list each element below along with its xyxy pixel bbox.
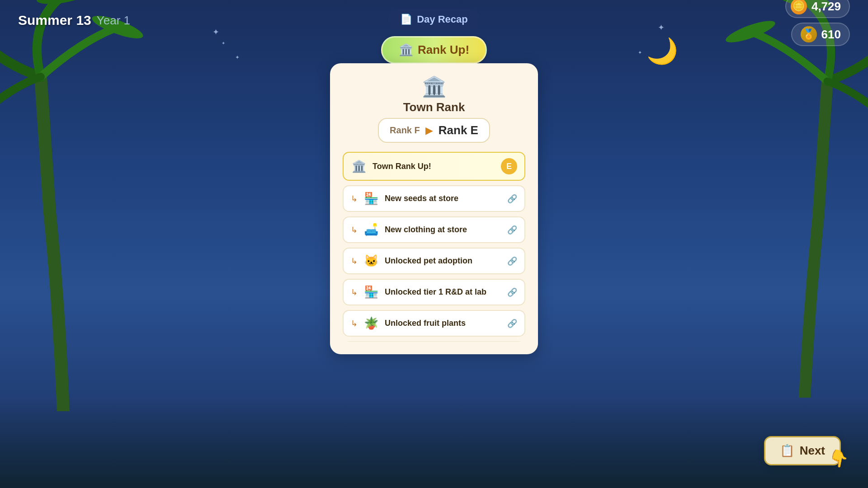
lock-icon-pet: 🔗 bbox=[507, 256, 517, 266]
gold-value: 4,729 bbox=[811, 0, 841, 14]
rank-badge: Rank F ▶ Rank E bbox=[378, 118, 490, 143]
rank-up-button[interactable]: 🏛️ Rank Up! bbox=[381, 36, 487, 64]
town-rank-icon: 🏛️ bbox=[422, 77, 447, 97]
gold-icon: 🪙 bbox=[791, 0, 807, 14]
card-title: Town Rank bbox=[403, 100, 465, 114]
season-text: Summer 13 bbox=[18, 13, 91, 28]
list-item-pet[interactable]: ↳ 🐱 Unlocked pet adoption 🔗 bbox=[343, 248, 525, 274]
seeds-icon: 🏪 bbox=[363, 192, 379, 206]
rank-up-icon: 🏛️ bbox=[399, 43, 413, 57]
day-recap-label: Day Recap bbox=[417, 14, 468, 25]
list-item-seeds[interactable]: ↳ 🏪 New seeds at store 🔗 bbox=[343, 185, 525, 212]
season-label: Summer 13 Year 1 bbox=[18, 13, 130, 28]
card-header: 🏛️ Town Rank Rank F ▶ Rank E bbox=[343, 77, 525, 143]
clothing-icon: 🛋️ bbox=[363, 223, 379, 237]
ground-overlay bbox=[0, 398, 868, 488]
rankup-icon: 🏛️ bbox=[351, 160, 367, 174]
pet-label: Unlocked pet adoption bbox=[385, 256, 502, 266]
main-card: 🏛️ Town Rank Rank F ▶ Rank E 🏛️ Town Ran… bbox=[330, 63, 538, 354]
rankup-label: Town Rank Up! bbox=[373, 162, 495, 171]
currency-area: 🪙 4,729 🏅 610 bbox=[785, 0, 850, 46]
reward-list: 🏛️ Town Rank Up! E ↳ 🏪 New seeds at stor… bbox=[343, 152, 525, 342]
rank-arrow-icon: ▶ bbox=[425, 125, 433, 136]
lock-icon-lab: 🔗 bbox=[507, 287, 517, 297]
arrow-icon-lab: ↳ bbox=[351, 287, 358, 297]
rank-from: Rank F bbox=[390, 125, 420, 136]
lock-icon-seeds: 🔗 bbox=[507, 194, 517, 204]
gold-currency-badge: 🪙 4,729 bbox=[785, 0, 850, 18]
list-item-duck[interactable]: ↳ 🦆 Unlocked duck 🔗 bbox=[343, 341, 525, 342]
arrow-icon-seeds: ↳ bbox=[351, 194, 358, 204]
rank-e-badge: E bbox=[501, 158, 517, 174]
list-item-fruit[interactable]: ↳ 🪴 Unlocked fruit plants 🔗 bbox=[343, 310, 525, 337]
rank-up-label: Rank Up! bbox=[418, 43, 469, 57]
fruit-label: Unlocked fruit plants bbox=[385, 319, 502, 328]
list-item-lab[interactable]: ↳ 🏪 Unlocked tier 1 R&D at lab 🔗 bbox=[343, 279, 525, 305]
silver-currency-badge: 🏅 610 bbox=[791, 23, 850, 46]
next-icon: 📋 bbox=[780, 444, 794, 458]
lab-icon: 🏪 bbox=[363, 285, 379, 299]
seeds-label: New seeds at store bbox=[385, 194, 502, 203]
title-area: 📄 Day Recap 🏛️ Rank Up! bbox=[381, 9, 487, 64]
pet-icon: 🐱 bbox=[363, 254, 379, 268]
rank-to: Rank E bbox=[439, 123, 478, 137]
list-item-clothing[interactable]: ↳ 🛋️ New clothing at store 🔗 bbox=[343, 216, 525, 243]
lock-icon-clothing: 🔗 bbox=[507, 225, 517, 235]
lock-icon-fruit: 🔗 bbox=[507, 319, 517, 328]
fruit-icon: 🪴 bbox=[363, 316, 379, 330]
list-item-rankup[interactable]: 🏛️ Town Rank Up! E bbox=[343, 152, 525, 181]
document-icon: 📄 bbox=[400, 14, 412, 25]
arrow-icon-fruit: ↳ bbox=[351, 319, 358, 328]
year-text: Year 1 bbox=[97, 14, 130, 28]
lab-label: Unlocked tier 1 R&D at lab bbox=[385, 287, 502, 297]
silver-icon: 🏅 bbox=[801, 26, 817, 42]
arrow-icon-clothing: ↳ bbox=[351, 225, 358, 235]
clothing-label: New clothing at store bbox=[385, 225, 502, 235]
silver-value: 610 bbox=[821, 28, 841, 42]
arrow-icon-pet: ↳ bbox=[351, 256, 358, 266]
next-button[interactable]: 📋 Next bbox=[764, 436, 841, 465]
next-label: Next bbox=[800, 444, 825, 458]
day-recap-title: 📄 Day Recap bbox=[387, 9, 481, 30]
